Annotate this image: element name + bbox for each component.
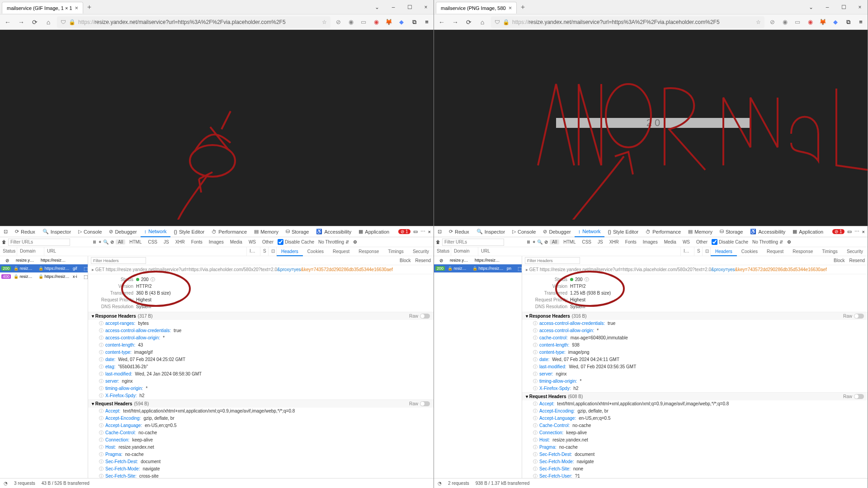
no-throttling-select[interactable]: No Throttling ⇵ bbox=[316, 239, 351, 244]
filter-headers-input[interactable] bbox=[91, 257, 146, 264]
home-icon[interactable]: ⌂ bbox=[477, 17, 487, 27]
reload-icon[interactable]: ⟳ bbox=[464, 17, 474, 27]
devtools-tab-console[interactable]: ▷Console bbox=[509, 226, 539, 237]
block-button[interactable]: Block bbox=[400, 258, 410, 263]
detail-tab-security[interactable]: Security bbox=[842, 247, 868, 256]
devtools-tab-performance[interactable]: ⏱Performance bbox=[642, 226, 684, 237]
maximize-icon[interactable]: ☐ bbox=[836, 1, 851, 14]
ext-icon[interactable]: ◉ bbox=[781, 18, 789, 26]
response-headers-toggle[interactable]: ▾ Response Headers (316 B)Raw bbox=[522, 312, 868, 320]
filter-type-fonts[interactable]: Fonts bbox=[189, 239, 205, 244]
extensions-icon[interactable]: ≡ bbox=[857, 18, 865, 26]
maximize-icon[interactable]: ☐ bbox=[402, 1, 417, 14]
ext-icon[interactable]: ▭ bbox=[793, 18, 802, 26]
minimize-icon[interactable]: – bbox=[820, 1, 835, 14]
close-window-icon[interactable]: × bbox=[852, 1, 868, 14]
chevron-down-icon[interactable]: ⌄ bbox=[369, 1, 385, 14]
devtools-tab-storage[interactable]: ⛁Storage bbox=[282, 226, 313, 237]
col-url[interactable]: URL bbox=[44, 247, 247, 256]
col-status[interactable]: Status bbox=[434, 247, 451, 256]
close-tab-icon[interactable]: × bbox=[75, 5, 79, 11]
bookmark-icon[interactable]: ☆ bbox=[756, 19, 761, 25]
detail-tab-cookies[interactable]: Cookies bbox=[737, 247, 762, 256]
request-headers-toggle[interactable]: ▾ Request Headers (608 B)Raw bbox=[522, 393, 868, 400]
close-detail-icon[interactable]: ⊡ bbox=[269, 247, 277, 256]
ext-icon[interactable]: ◉ bbox=[347, 18, 355, 26]
close-devtools-icon[interactable]: × bbox=[428, 229, 431, 235]
dock-icon[interactable]: ⋯ bbox=[854, 229, 859, 235]
detail-tab-request[interactable]: Request bbox=[328, 247, 354, 256]
gear-icon[interactable]: ⚙ bbox=[353, 239, 357, 244]
detail-tab-request[interactable]: Request bbox=[762, 247, 788, 256]
close-tab-icon[interactable]: × bbox=[509, 5, 512, 11]
col-url[interactable]: URL bbox=[478, 247, 681, 256]
no-throttling-select[interactable]: No Throttling ⇵ bbox=[750, 239, 785, 244]
filter-type-other[interactable]: Other bbox=[694, 239, 710, 244]
filter-type-media[interactable]: Media bbox=[662, 239, 679, 244]
responsive-icon[interactable]: ▭ bbox=[847, 229, 852, 235]
element-picker-icon[interactable]: ⊡ bbox=[0, 226, 11, 237]
filter-type-all[interactable]: All bbox=[116, 239, 125, 244]
devtools-tab-memory[interactable]: ▤Memory bbox=[250, 226, 282, 237]
response-headers-toggle[interactable]: ▾ Response Headers (317 B)Raw bbox=[88, 312, 434, 320]
close-detail-icon[interactable]: ⊡ bbox=[703, 247, 711, 256]
extensions-icon[interactable]: ≡ bbox=[423, 18, 431, 26]
detail-tab-cookies[interactable]: Cookies bbox=[303, 247, 328, 256]
table-row[interactable]: ⊘resize.y…https://resiz… bbox=[434, 256, 522, 264]
home-icon[interactable]: ⌂ bbox=[43, 17, 53, 27]
devtools-tab-memory[interactable]: ▤Memory bbox=[684, 226, 716, 237]
pause-icon[interactable]: ⏸ bbox=[92, 239, 97, 244]
block-icon[interactable]: ⊘ bbox=[110, 239, 114, 244]
plus-icon[interactable]: + bbox=[99, 239, 101, 244]
ext-icon[interactable]: ⊘ bbox=[334, 18, 342, 26]
filter-type-images[interactable]: Images bbox=[207, 239, 226, 244]
detail-tab-timings[interactable]: Timings bbox=[383, 247, 408, 256]
col-domain[interactable]: Domain bbox=[451, 247, 478, 256]
filter-type-ws[interactable]: WS bbox=[246, 239, 258, 244]
element-picker-icon[interactable]: ⊡ bbox=[434, 226, 445, 237]
devtools-tab-accessibility[interactable]: ♿Accessibility bbox=[312, 226, 355, 237]
col-domain[interactable]: Domain bbox=[17, 247, 44, 256]
detail-tab-timings[interactable]: Timings bbox=[817, 247, 842, 256]
perf-icon[interactable]: ◔ bbox=[438, 481, 442, 486]
search-icon[interactable]: 🔍 bbox=[537, 239, 542, 244]
devtools-tab-network[interactable]: ↕Network bbox=[141, 227, 170, 237]
detail-tab-headers[interactable]: Headers bbox=[277, 247, 303, 256]
filter-urls-input[interactable] bbox=[442, 239, 504, 246]
devtools-tab-storage[interactable]: ⛁Storage bbox=[716, 226, 747, 237]
devtools-tab-console[interactable]: ▷Console bbox=[75, 226, 105, 237]
back-icon[interactable]: ← bbox=[3, 17, 13, 27]
search-icon[interactable]: 🔍 bbox=[103, 239, 108, 244]
devtools-tab-network[interactable]: ↕Network bbox=[575, 227, 604, 237]
ext-icon[interactable]: ◉ bbox=[372, 18, 380, 26]
reload-icon[interactable]: ⟳ bbox=[30, 17, 40, 27]
devtools-tab-debugger[interactable]: ⊘Debugger bbox=[105, 226, 140, 237]
ext-icon[interactable]: 🦊 bbox=[819, 18, 827, 26]
ext-icon[interactable]: ▭ bbox=[359, 18, 368, 26]
table-row[interactable]: 400🔒 resiz…🔒 https://resiz…x-i⬚ bbox=[0, 272, 88, 281]
filter-type-ws[interactable]: WS bbox=[680, 239, 692, 244]
filter-type-images[interactable]: Images bbox=[641, 239, 660, 244]
table-row[interactable]: 200🔒 resiz…🔒 https://resiz…pn⬚ bbox=[434, 264, 522, 272]
devtools-tab-redux[interactable]: ⟳Redux bbox=[445, 226, 473, 237]
browser-tab[interactable]: mailservice (PNG Image, 580 × bbox=[436, 2, 517, 14]
devtools-tab-application[interactable]: ▦Application bbox=[789, 226, 827, 237]
ext-icon[interactable]: ⧉ bbox=[844, 18, 852, 26]
disable-cache-checkbox[interactable]: Disable Cache bbox=[278, 239, 314, 245]
gear-icon[interactable]: ⚙ bbox=[787, 239, 791, 244]
resend-button[interactable]: Resend bbox=[849, 258, 865, 263]
request-headers-toggle[interactable]: ▾ Request Headers (594 B)Raw bbox=[88, 400, 434, 408]
plus-icon[interactable]: + bbox=[533, 239, 535, 244]
filter-type-html[interactable]: HTML bbox=[561, 239, 578, 244]
block-icon[interactable]: ⊘ bbox=[544, 239, 548, 244]
raw-toggle[interactable] bbox=[854, 394, 864, 399]
dock-icon[interactable]: ⋯ bbox=[420, 229, 425, 235]
devtools-tab-inspector[interactable]: 🔍Inspector bbox=[39, 226, 75, 237]
new-tab-button[interactable]: ＋ bbox=[86, 3, 93, 11]
devtools-tab-debugger[interactable]: ⊘Debugger bbox=[539, 226, 574, 237]
responsive-icon[interactable]: ▭ bbox=[413, 229, 418, 235]
ext-icon[interactable]: ◆ bbox=[831, 18, 840, 26]
detail-tab-response[interactable]: Response bbox=[354, 247, 383, 256]
filter-type-fonts[interactable]: Fonts bbox=[623, 239, 639, 244]
devtools-tab-style-editor[interactable]: {}Style Editor bbox=[604, 226, 642, 237]
